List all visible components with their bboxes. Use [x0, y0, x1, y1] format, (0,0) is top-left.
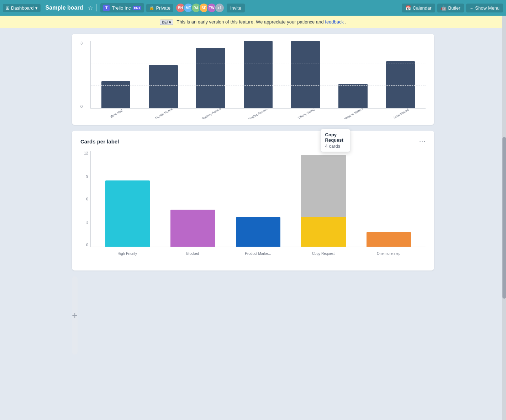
y-label: 0 [80, 104, 88, 109]
bars-container [91, 41, 426, 108]
add-widget-button[interactable]: + [72, 276, 78, 355]
chart-header: Cards per label ··· [80, 138, 426, 145]
beta-suffix: . [345, 19, 347, 25]
top-navigation: ⊞ Dashboard ▾ Sample board ☆ T Trello In… [0, 0, 506, 16]
main-content: 0 3 [66, 28, 440, 360]
y-axis-labels: 0 3 6 9 12 [80, 151, 88, 247]
cards-per-member-card: 0 3 [72, 34, 434, 125]
avatar-overflow-count[interactable]: +1 [215, 3, 225, 13]
header-right-actions: 📅 Calendar 🤖 Butler ··· Show Menu [402, 4, 503, 12]
show-menu-button[interactable]: ··· Show Menu [466, 4, 504, 12]
butler-label: Butler [448, 5, 460, 11]
beta-badge: BETA [160, 20, 173, 25]
chevron-down-icon: ▾ [35, 5, 38, 11]
separator [96, 4, 97, 11]
ent-badge: ENT [133, 6, 141, 10]
dashboard-label: Dashboard [11, 5, 34, 11]
beta-text: This is an early version of this feature… [177, 19, 325, 25]
plus-icon: + [72, 310, 78, 321]
privacy-button[interactable]: 🔒 Private [146, 4, 173, 12]
bar-group [283, 41, 328, 108]
x-label: Brett Huff [93, 110, 138, 116]
x-label: Unassigned [378, 110, 423, 116]
dashboard-button[interactable]: ⊞ Dashboard ▾ [3, 4, 41, 12]
workspace-logo: T [103, 5, 110, 11]
y-axis: 0 3 [80, 41, 88, 109]
gridline [91, 151, 426, 151]
bar [196, 48, 225, 108]
workspace-name: Trello Inc [112, 5, 131, 11]
bar-group [94, 41, 138, 108]
bar [149, 65, 178, 108]
calendar-icon: 📅 [405, 5, 411, 11]
x-axis: Brett Huff Murillo Flores Rodney Aquino … [90, 109, 426, 119]
board-title: Sample board [43, 3, 86, 12]
x-axis-labels: High Priority Blocked Product Marke... C… [90, 247, 426, 265]
calendar-label: Calendar [413, 5, 432, 11]
bar [244, 41, 273, 108]
y-label: 3 [80, 220, 88, 224]
bar-product-market[interactable] [236, 217, 281, 247]
y-label: 6 [80, 197, 88, 201]
x-label: Weston Selleck [331, 110, 375, 116]
x-label: Blocked [163, 250, 223, 256]
x-label: Murillo Flores [141, 110, 185, 116]
scroll-thumb[interactable] [502, 137, 506, 299]
workspace-button[interactable]: T Trello Inc ENT [100, 3, 144, 12]
bar [386, 61, 415, 108]
chart-area [90, 41, 426, 109]
bar-one-more-step[interactable] [367, 232, 411, 247]
x-label: Product Marke... [228, 250, 288, 256]
lock-icon: 🔒 [149, 5, 154, 10]
gridline [91, 85, 426, 86]
beta-banner: BETA This is an early version of this fe… [0, 16, 506, 28]
x-label: Tiffany Wang [283, 110, 328, 116]
bar [291, 41, 320, 108]
x-label: Sophia Flemin... [236, 110, 280, 116]
bar-group [141, 41, 185, 108]
gridline [91, 41, 426, 41]
cards-per-label-title: Cards per label [80, 138, 119, 145]
y-label: 3 [80, 41, 88, 45]
invite-button[interactable]: Invite [227, 4, 245, 12]
butler-button[interactable]: 🤖 Butler [437, 4, 464, 12]
x-label: Rodney Aquino [188, 110, 233, 116]
bar-blocked[interactable] [170, 210, 215, 247]
x-label: One more step [359, 250, 418, 256]
butler-icon: 🤖 [441, 5, 447, 11]
scrollbar[interactable] [502, 16, 506, 360]
x-label: Copy Request [294, 250, 353, 256]
chart-menu-button[interactable]: ··· [419, 138, 426, 145]
bar [338, 84, 367, 108]
label-chart-area: Copy Request 4 cards [90, 151, 426, 247]
bar-group [331, 41, 375, 108]
bar-group: Copy Request 4 cards [294, 151, 353, 247]
member-avatars: BH MF RA SF TW +1 [175, 3, 225, 13]
show-menu-label: Show Menu [475, 5, 500, 11]
bar-copy-request[interactable] [301, 155, 346, 247]
cards-per-label-card: Cards per label ··· 0 3 6 9 12 [72, 131, 434, 271]
privacy-label: Private [156, 5, 170, 11]
y-label: 0 [80, 243, 88, 247]
add-widget-row: + [72, 276, 434, 355]
gridline [91, 223, 426, 223]
y-label: 12 [80, 151, 88, 155]
menu-dots-icon: ··· [470, 5, 474, 11]
star-icon[interactable]: ☆ [88, 5, 93, 11]
y-label: 9 [80, 174, 88, 178]
gridline [91, 175, 426, 175]
calendar-button[interactable]: 📅 Calendar [402, 4, 435, 12]
feedback-link[interactable]: feedback [325, 19, 344, 25]
grid-icon: ⊞ [6, 5, 10, 11]
bar-high-priority[interactable] [105, 180, 150, 247]
gridline [91, 63, 426, 63]
gridline [91, 199, 426, 199]
label-chart-container: 0 3 6 9 12 [80, 151, 426, 265]
x-label: High Priority [97, 250, 157, 256]
bar-group [378, 41, 423, 108]
bar-copy-request-yellow [301, 217, 346, 247]
bar-group [189, 41, 233, 108]
bar-group [236, 41, 280, 108]
